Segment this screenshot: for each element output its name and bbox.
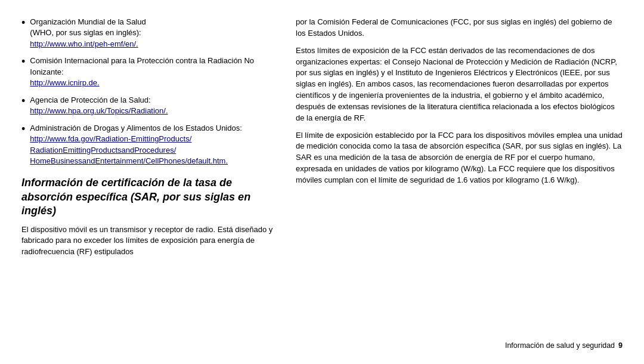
org-sublabel: (WHO, por sus siglas en inglés): [30, 28, 141, 37]
list-item: • Comisión Internacional para la Protecc… [21, 55, 278, 88]
list-item: • Agencia de Protección de la Salud: htt… [21, 95, 278, 117]
right-column: por la Comisión Federal de Comunicacione… [296, 17, 623, 333]
org-label: Agencia de Protección de la Salud: [30, 95, 150, 104]
org-label: Administración de Drogas y Alimentos de … [30, 124, 242, 132]
fda-link1[interactable]: http://www.fda.gov/Radiation-EmittingPro… [30, 134, 191, 143]
fda-link3[interactable]: HomeBusinessandEntertainment/CellPhones/… [30, 156, 228, 165]
hpa-link[interactable]: http://www.hpa.org.uk/Topics/Radiation/. [30, 106, 168, 115]
bullet-list: • Organización Mundial de la Salud (WHO,… [21, 17, 278, 166]
content-columns: • Organización Mundial de la Salud (WHO,… [21, 17, 623, 333]
page-container: • Organización Mundial de la Salud (WHO,… [0, 0, 644, 364]
bullet-dot: • [21, 95, 25, 106]
right-para-2: Estos límites de exposición de la FCC es… [296, 45, 623, 124]
org-label: Comisión Internacional para la Protecció… [30, 56, 254, 76]
right-para-3: El límite de exposición establecido por … [296, 130, 623, 186]
who-link[interactable]: http://www.who.int/peh-emf/en/. [30, 39, 138, 48]
bullet-content: Comisión Internacional para la Protecció… [30, 55, 278, 88]
bullet-content: Administración de Drogas y Alimentos de … [30, 123, 278, 167]
bullet-dot: • [21, 17, 25, 28]
list-item: • Administración de Drogas y Alimentos d… [21, 123, 278, 167]
list-item: • Organización Mundial de la Salud (WHO,… [21, 17, 278, 50]
footer-text: Información de salud y seguridad [505, 340, 615, 351]
fda-link2[interactable]: RadiationEmittingProductsandProcedures/ [30, 146, 176, 155]
footer-page: 9 [618, 340, 623, 351]
bullet-dot: • [21, 56, 25, 67]
icnirp-link[interactable]: http://www.icnirp.de. [30, 78, 99, 87]
body-text: El dispositivo móvil es un transmisor y … [21, 224, 278, 258]
bullet-content: Agencia de Protección de la Salud: http:… [30, 95, 278, 117]
org-label: Organización Mundial de la Salud [30, 17, 145, 26]
footer-bar: Información de salud y seguridad 9 [21, 335, 623, 351]
bullet-content: Organización Mundial de la Salud (WHO, p… [30, 17, 278, 50]
left-column: • Organización Mundial de la Salud (WHO,… [21, 17, 278, 333]
right-para-1: por la Comisión Federal de Comunicacione… [296, 17, 623, 39]
section-heading: Información de certificación de la tasa … [21, 176, 278, 218]
bullet-dot: • [21, 124, 25, 134]
